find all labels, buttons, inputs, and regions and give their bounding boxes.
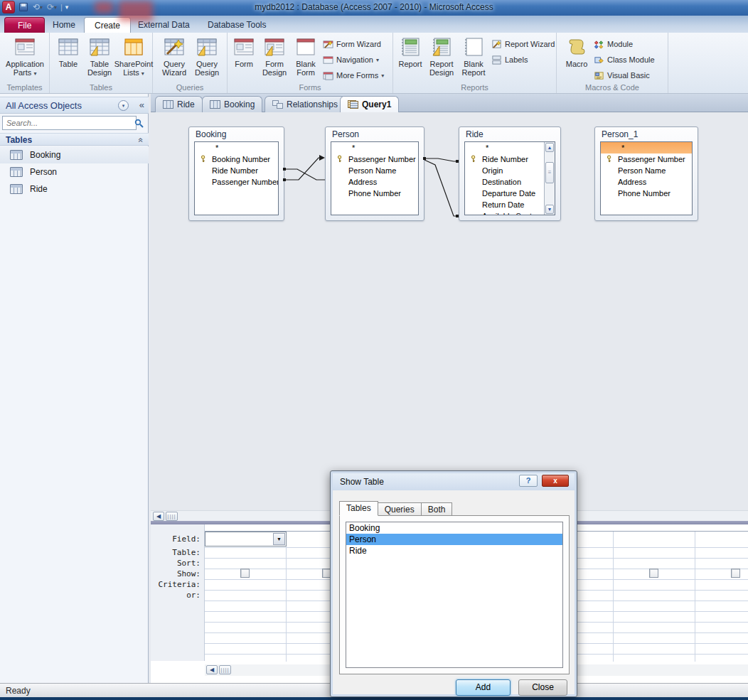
form-wizard-button[interactable]: Form Wizard bbox=[323, 37, 381, 51]
tab-home[interactable]: Home bbox=[43, 17, 85, 33]
table-icon bbox=[210, 100, 220, 109]
field-list-title[interactable]: Booking bbox=[196, 129, 226, 139]
field-row[interactable]: Address bbox=[331, 176, 418, 188]
field-cell-active[interactable]: ▼ bbox=[205, 532, 287, 546]
field-row[interactable]: * bbox=[331, 142, 418, 154]
field-row[interactable]: Address bbox=[601, 176, 692, 188]
doc-tab-relationships[interactable]: Relationships bbox=[265, 96, 346, 112]
field-list-booking[interactable]: Booking * Booking Number Ride Number Pas… bbox=[188, 126, 284, 221]
sharepoint-lists-button[interactable]: SharePoint Lists ▾ bbox=[117, 36, 151, 82]
scrollbar-thumb[interactable]: |||| bbox=[219, 665, 231, 674]
search-input[interactable] bbox=[2, 116, 137, 130]
scroll-left-icon[interactable]: ◀ bbox=[206, 665, 218, 674]
scroll-up-icon[interactable]: ▲ bbox=[545, 143, 554, 152]
doc-tab-ride[interactable]: Ride bbox=[155, 96, 203, 112]
close-icon[interactable]: x bbox=[542, 475, 569, 487]
list-item-booking[interactable]: Booking bbox=[346, 522, 562, 534]
shutter-bar-close-icon[interactable]: « bbox=[139, 99, 144, 110]
field-row[interactable]: Person Name bbox=[601, 165, 692, 176]
show-checkbox[interactable] bbox=[240, 569, 250, 578]
primary-key-icon bbox=[200, 155, 208, 163]
dialog-tab-queries[interactable]: Queries bbox=[378, 502, 422, 516]
field-row[interactable]: Person Name bbox=[331, 165, 418, 176]
dialog-tab-tables[interactable]: Tables bbox=[339, 501, 378, 516]
tab-database-tools[interactable]: Database Tools bbox=[198, 17, 277, 33]
list-item-ride[interactable]: Ride bbox=[346, 545, 562, 556]
field-row[interactable]: Phone Number bbox=[601, 188, 692, 199]
show-checkbox[interactable] bbox=[731, 569, 740, 578]
field-row[interactable]: * bbox=[195, 142, 278, 154]
nav-pane-header[interactable]: All Access Objects ▾ « bbox=[0, 97, 149, 114]
blank-form-button[interactable]: Blank Form bbox=[292, 36, 320, 82]
field-row[interactable]: Phone Number bbox=[331, 188, 418, 199]
field-row[interactable]: Return Date bbox=[465, 199, 544, 210]
sidebar-item-ride[interactable]: Ride bbox=[0, 181, 149, 198]
scrollbar-thumb[interactable]: |||| bbox=[166, 512, 178, 521]
scroll-down-icon[interactable]: ▼ bbox=[545, 205, 554, 214]
field-row[interactable]: Passenger Number bbox=[601, 154, 692, 165]
list-item-person-selected[interactable]: Person bbox=[346, 534, 562, 545]
report-design-button[interactable]: Report Design bbox=[426, 36, 457, 82]
table-button[interactable]: Table bbox=[54, 36, 82, 82]
report-button[interactable]: Report bbox=[396, 36, 424, 82]
field-row[interactable]: Ride Number bbox=[465, 154, 544, 165]
nav-section-tables[interactable]: Tables « bbox=[0, 133, 149, 146]
scroll-left-icon[interactable]: ◀ bbox=[153, 512, 164, 521]
scrollbar-thumb[interactable]: ≡ bbox=[545, 162, 554, 183]
query-wizard-button[interactable]: Query Wizard bbox=[159, 36, 190, 82]
field-row-selected[interactable]: * bbox=[601, 142, 692, 154]
field-list-person-1[interactable]: Person_1 * Passenger Number Person Name … bbox=[594, 126, 698, 221]
blank-report-button[interactable]: Blank Report bbox=[459, 36, 488, 82]
field-list-person[interactable]: Person * Passenger Number Person Name Ad… bbox=[325, 126, 424, 221]
field-list-title[interactable]: Person_1 bbox=[602, 129, 638, 139]
field-row[interactable]: * bbox=[465, 142, 544, 154]
labels-icon bbox=[491, 55, 502, 65]
application-parts-button[interactable]: Application Parts ▾ bbox=[9, 36, 41, 82]
doc-tab-booking[interactable]: Booking bbox=[202, 96, 262, 112]
labels-button[interactable]: Labels bbox=[491, 53, 528, 67]
doc-tab-query1[interactable]: Query1 bbox=[340, 96, 399, 112]
table-design-button[interactable]: Table Design bbox=[84, 36, 115, 82]
search-icon[interactable] bbox=[132, 116, 145, 130]
field-row[interactable]: Passenger Number bbox=[331, 154, 418, 165]
add-button[interactable]: Add bbox=[456, 679, 511, 696]
module-button[interactable]: Module bbox=[594, 37, 633, 51]
visual-basic-button[interactable]: Visual Basic bbox=[594, 68, 650, 82]
field-list-scrollbar[interactable]: ▲ ≡ ▼ bbox=[544, 142, 555, 215]
sidebar-item-booking[interactable]: Booking bbox=[0, 146, 149, 163]
close-button[interactable]: Close bbox=[518, 679, 567, 696]
nav-section-label: Tables bbox=[6, 135, 32, 145]
field-row[interactable]: Available Seats bbox=[465, 210, 544, 215]
macro-button[interactable]: Macro bbox=[561, 36, 592, 82]
field-list-body: * Booking Number Ride Number Passenger N… bbox=[194, 141, 279, 215]
more-forms-button[interactable]: More Forms ▾ bbox=[323, 68, 384, 82]
form-button[interactable]: Form bbox=[230, 36, 257, 82]
nav-pane-title: All Access Objects bbox=[6, 100, 82, 111]
field-row[interactable]: Passenger Number bbox=[195, 176, 278, 188]
class-module-button[interactable]: Class Module bbox=[594, 53, 655, 67]
tab-file[interactable]: File bbox=[4, 17, 45, 33]
form-design-button[interactable]: Form Design bbox=[259, 36, 290, 82]
field-row[interactable]: Origin bbox=[465, 165, 544, 176]
show-checkbox[interactable] bbox=[649, 569, 658, 578]
collapse-section-icon[interactable]: « bbox=[137, 138, 146, 143]
field-row[interactable]: Departure Date bbox=[465, 188, 544, 199]
field-list-title[interactable]: Person bbox=[332, 129, 359, 139]
grid-label-show: Show: bbox=[177, 569, 201, 578]
field-row[interactable]: Booking Number bbox=[195, 154, 278, 165]
dialog-tab-both[interactable]: Both bbox=[422, 502, 453, 516]
field-row[interactable]: Ride Number bbox=[195, 165, 278, 176]
nav-menu-dropdown-icon[interactable]: ▾ bbox=[118, 100, 129, 111]
field-dropdown-icon[interactable]: ▼ bbox=[273, 533, 285, 545]
visual-basic-icon bbox=[594, 70, 604, 81]
field-row[interactable]: Destination bbox=[465, 176, 544, 188]
table-list[interactable]: Booking Person Ride bbox=[346, 522, 563, 668]
dialog-title-bar[interactable]: Show Table ? x bbox=[333, 473, 575, 490]
query-design-button[interactable]: Query Design bbox=[191, 36, 223, 82]
field-list-ride[interactable]: Ride * Ride Number Origin Destination De… bbox=[459, 126, 561, 221]
field-list-title[interactable]: Ride bbox=[466, 129, 483, 139]
help-button[interactable]: ? bbox=[519, 475, 538, 487]
navigation-button[interactable]: Navigation ▾ bbox=[323, 53, 379, 67]
report-wizard-button[interactable]: Report Wizard bbox=[491, 37, 555, 51]
sidebar-item-person[interactable]: Person bbox=[0, 163, 149, 181]
